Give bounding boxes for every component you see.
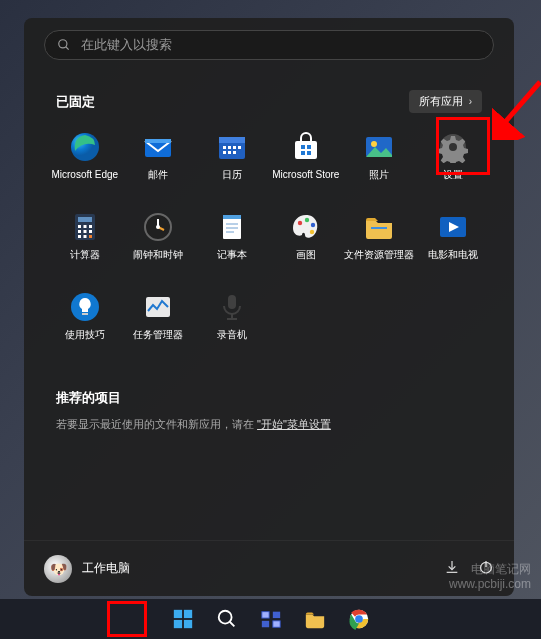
app-explorer[interactable]: 文件资源管理器 [343, 207, 417, 283]
app-mail[interactable]: 邮件 [122, 127, 196, 203]
settings-icon [437, 131, 469, 163]
svg-point-0 [59, 40, 67, 48]
app-taskmgr[interactable]: 任务管理器 [122, 287, 196, 363]
taskmgr-icon [142, 291, 174, 323]
app-photos[interactable]: 照片 [343, 127, 417, 203]
app-tips[interactable]: 使用技巧 [48, 287, 122, 363]
app-label: 使用技巧 [65, 329, 105, 341]
svg-rect-31 [78, 235, 81, 238]
taskbar-explorer[interactable] [297, 601, 333, 637]
taskbar-taskview[interactable] [253, 601, 289, 637]
app-movies[interactable]: 电影和电视 [416, 207, 490, 283]
avatar: 🐶 [44, 555, 72, 583]
taskbar-chrome[interactable] [341, 601, 377, 637]
photos-icon [363, 131, 395, 163]
svg-point-20 [371, 141, 377, 147]
app-label: Microsoft Edge [51, 169, 118, 181]
all-apps-label: 所有应用 [419, 94, 463, 109]
svg-line-1 [66, 47, 69, 50]
svg-rect-59 [173, 620, 181, 628]
svg-rect-63 [261, 612, 268, 618]
chrome-icon [348, 608, 370, 630]
app-paint[interactable]: 画图 [269, 207, 343, 283]
pinned-header: 已固定 所有应用 › [44, 90, 494, 113]
app-store[interactable]: Microsoft Store [269, 127, 343, 203]
app-label: 邮件 [148, 169, 168, 181]
svg-rect-26 [83, 225, 86, 228]
svg-rect-24 [78, 217, 92, 222]
calculator-icon [69, 211, 101, 243]
svg-point-22 [449, 143, 457, 151]
app-calculator[interactable]: 计算器 [48, 207, 122, 283]
svg-rect-30 [89, 230, 92, 233]
paint-icon [290, 211, 322, 243]
recommended-hint: 若要显示最近使用的文件和新应用，请在 "开始"菜单设置 [56, 417, 482, 432]
svg-rect-57 [173, 610, 181, 618]
search-input[interactable]: 在此键入以搜索 [44, 30, 494, 60]
taskview-icon [260, 608, 282, 630]
app-label: Microsoft Store [272, 169, 339, 181]
svg-rect-29 [83, 230, 86, 233]
svg-point-45 [311, 223, 315, 227]
svg-rect-14 [295, 141, 317, 159]
svg-rect-47 [371, 227, 387, 229]
app-calendar[interactable]: 日历 [195, 127, 269, 203]
svg-rect-39 [223, 215, 241, 219]
calendar-icon [216, 131, 248, 163]
svg-rect-52 [228, 295, 236, 309]
svg-rect-15 [301, 145, 305, 149]
svg-rect-6 [219, 137, 245, 143]
app-recorder[interactable]: 录音机 [195, 287, 269, 363]
svg-rect-18 [307, 151, 311, 155]
app-label: 闹钟和时钟 [133, 249, 183, 261]
app-label: 录音机 [217, 329, 247, 341]
start-settings-link[interactable]: "开始"菜单设置 [257, 418, 331, 430]
watermark-line1: 电脑笔记网 [449, 562, 531, 578]
svg-point-37 [156, 225, 160, 229]
taskbar-search[interactable] [209, 601, 245, 637]
recommended-section: 推荐的项目 若要显示最近使用的文件和新应用，请在 "开始"菜单设置 [44, 389, 494, 432]
svg-rect-17 [301, 151, 305, 155]
folder-icon [304, 608, 326, 630]
svg-rect-11 [223, 151, 226, 154]
watermark: 电脑笔记网 www.pcbiji.com [449, 562, 531, 593]
folder-icon [363, 211, 395, 243]
microphone-icon [216, 291, 248, 323]
svg-rect-7 [223, 146, 226, 149]
svg-point-43 [298, 221, 302, 225]
app-settings[interactable]: 设置 [416, 127, 490, 203]
hint-prefix: 若要显示最近使用的文件和新应用，请在 [56, 418, 254, 430]
svg-rect-16 [307, 145, 311, 149]
svg-rect-65 [261, 621, 268, 627]
app-clock[interactable]: 闹钟和时钟 [122, 207, 196, 283]
notepad-icon [216, 211, 248, 243]
svg-rect-12 [228, 151, 231, 154]
svg-point-46 [310, 230, 314, 234]
tips-icon [69, 291, 101, 323]
search-placeholder: 在此键入以搜索 [81, 36, 172, 54]
svg-point-44 [305, 218, 309, 222]
search-icon [57, 38, 71, 52]
app-label: 照片 [369, 169, 389, 181]
svg-rect-60 [183, 620, 191, 628]
start-button[interactable] [165, 601, 201, 637]
watermark-line2: www.pcbiji.com [449, 577, 531, 593]
pinned-title: 已固定 [56, 93, 95, 111]
svg-rect-50 [82, 313, 88, 315]
app-edge[interactable]: Microsoft Edge [48, 127, 122, 203]
user-button[interactable]: 🐶 工作电脑 [44, 555, 130, 583]
windows-icon [172, 608, 194, 630]
svg-rect-8 [228, 146, 231, 149]
mail-icon [142, 131, 174, 163]
app-label: 设置 [443, 169, 463, 181]
svg-rect-64 [272, 612, 279, 618]
search-icon [216, 608, 238, 630]
app-label: 计算器 [70, 249, 100, 261]
app-label: 电影和电视 [428, 249, 478, 261]
app-label: 任务管理器 [133, 329, 183, 341]
all-apps-button[interactable]: 所有应用 › [409, 90, 482, 113]
svg-rect-13 [233, 151, 236, 154]
app-notepad[interactable]: 记事本 [195, 207, 269, 283]
pinned-grid: Microsoft Edge 邮件 日历 Microsoft Store 照片 [44, 127, 494, 363]
store-icon [290, 131, 322, 163]
